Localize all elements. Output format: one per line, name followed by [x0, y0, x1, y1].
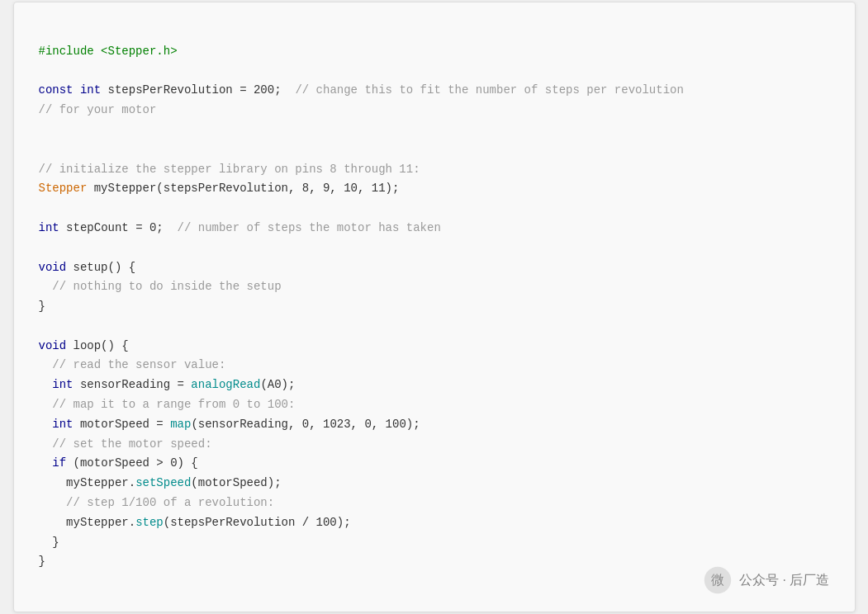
step-call: myStepper.: [39, 516, 136, 529]
watermark-text: 公众号 · 后厂造: [739, 572, 829, 589]
svg-text:微: 微: [711, 572, 724, 587]
kw-int: int: [39, 221, 59, 234]
fn-analogread: analogRead: [191, 378, 260, 391]
comment-8: // set the motor speed:: [39, 437, 212, 451]
kw-void-loop: void: [39, 339, 67, 352]
comment-4: // number of steps the motor has taken: [178, 221, 441, 234]
setup-open: setup() {: [66, 261, 135, 274]
stepcount-decl: stepCount = 0;: [59, 221, 178, 234]
loop-close: }: [39, 555, 45, 568]
kw-const: const int: [39, 83, 102, 97]
fn-map: map: [170, 418, 191, 431]
comment-6: // read the sensor value:: [39, 358, 226, 371]
if-indent: [39, 456, 53, 470]
step-arg: (stepsPerRevolution / 100);: [164, 516, 351, 529]
setspeed-call: myStepper.: [39, 476, 136, 489]
kw-int-2: int: [52, 378, 73, 391]
motor-decl: motorSpeed =: [74, 418, 171, 431]
kw-stepper: Stepper: [39, 182, 88, 195]
code-block: #include <Stepper.h> const int stepsPerR…: [39, 22, 830, 592]
setup-close: }: [39, 300, 45, 313]
kw-if: if: [52, 456, 66, 470]
comment-3: // initialize the stepper library on pin…: [39, 163, 420, 176]
code-container: #include <Stepper.h> const int stepsPerR…: [13, 2, 856, 612]
comment-5: // nothing to do inside the setup: [39, 280, 282, 293]
motor-args: (sensorReading, 0, 1023, 0, 100);: [191, 418, 420, 431]
stepper-init: myStepper(stepsPerRevolution, 8, 9, 10, …: [87, 182, 399, 195]
if-close: }: [39, 536, 59, 549]
if-cond: (motorSpeed > 0) {: [66, 456, 198, 470]
comment-9: // step 1/100 of a revolution:: [39, 496, 275, 509]
fn-setspeed: setSpeed: [135, 476, 191, 489]
kw-int-3: int: [52, 418, 73, 431]
comment-1: // change this to fit the number of step…: [295, 83, 683, 97]
kw-void-setup: void: [39, 261, 67, 274]
sensor-decl: sensorReading =: [74, 378, 192, 391]
setspeed-arg: (motorSpeed);: [191, 476, 281, 489]
sensor-indent: [39, 378, 53, 391]
steps-decl: stepsPerRevolution = 200;: [101, 83, 295, 97]
comment-7: // map it to a range from 0 to 100:: [39, 398, 296, 411]
motor-indent: [39, 418, 53, 431]
sensor-arg: (A0);: [260, 378, 295, 391]
loop-open: loop() {: [66, 339, 129, 352]
wechat-icon: 微: [703, 565, 733, 595]
line-include: #include <Stepper.h>: [39, 45, 178, 58]
watermark: 微 公众号 · 后厂造: [703, 565, 829, 595]
fn-step: step: [135, 516, 164, 529]
comment-2: // for your motor: [39, 103, 157, 116]
